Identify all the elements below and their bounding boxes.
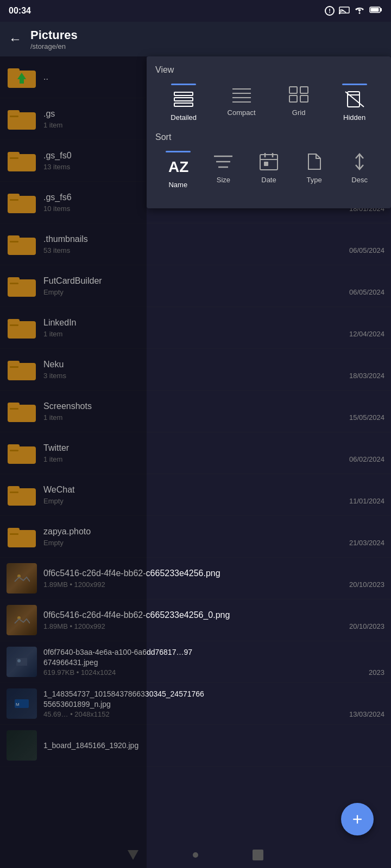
svg-line-19 <box>345 92 364 107</box>
sort-type-label: Type <box>306 176 321 184</box>
sort-desc-label: Desc <box>351 176 368 184</box>
detailed-label: Detailed <box>171 113 197 122</box>
overlay[interactable] <box>0 56 147 868</box>
view-section-title: View <box>155 65 382 75</box>
status-bar: 00:34 ! <box>0 0 391 22</box>
svg-rect-6 <box>174 92 193 95</box>
file-date: 20/10/2023 <box>330 580 384 589</box>
file-date: 2023 <box>330 668 384 676</box>
add-button[interactable]: + <box>341 803 374 835</box>
recents-nav-icon[interactable] <box>253 850 263 860</box>
file-date: 15/05/2024 <box>330 413 384 422</box>
sort-name[interactable]: AZ Name <box>161 149 195 191</box>
header: ← Pictures /storage/en <box>0 22 391 56</box>
view-options-row: Detailed Compact <box>155 81 382 124</box>
svg-rect-5 <box>371 8 379 12</box>
hidden-label: Hidden <box>343 113 365 122</box>
grid-label: Grid <box>292 108 306 117</box>
sort-date[interactable]: Date <box>252 149 286 191</box>
alert-icon: ! <box>325 6 335 16</box>
hidden-icon <box>342 88 367 110</box>
svg-rect-28 <box>264 162 268 166</box>
grid-icon <box>286 84 311 105</box>
detailed-icon <box>171 88 196 110</box>
view-grid[interactable]: Grid <box>282 81 316 124</box>
file-date: 06/02/2024 <box>330 455 384 463</box>
cast-icon <box>339 5 350 16</box>
svg-point-2 <box>359 12 361 14</box>
header-title-block: Pictures /storage/en <box>30 28 78 50</box>
sort-options-row: AZ Name Size <box>155 149 382 191</box>
svg-rect-8 <box>174 103 193 106</box>
file-date: 12/04/2024 <box>330 330 384 338</box>
header-path: /storage/en <box>30 42 78 50</box>
sort-desc-icon <box>347 151 372 173</box>
view-compact[interactable]: Compact <box>223 81 260 124</box>
sort-name-label: Name <box>168 181 187 189</box>
svg-text:AZ: AZ <box>168 158 188 175</box>
file-date: 13/03/2024 <box>330 710 384 718</box>
svg-rect-7 <box>174 98 193 101</box>
file-date: 06/05/2024 <box>330 288 384 296</box>
view-hidden[interactable]: Hidden <box>338 81 371 124</box>
file-date: 21/03/2024 <box>330 539 384 547</box>
sort-date-label: Date <box>261 176 276 184</box>
sort-section-title: Sort <box>155 132 382 142</box>
svg-rect-13 <box>289 87 297 93</box>
status-time: 00:34 <box>9 6 31 16</box>
file-date: 20/10/2023 <box>330 622 384 630</box>
sort-name-icon: AZ <box>166 156 191 177</box>
wifi-icon <box>354 5 365 16</box>
svg-rect-4 <box>380 8 382 11</box>
battery-icon <box>369 6 382 16</box>
compact-label: Compact <box>228 108 256 117</box>
sort-date-icon <box>256 151 281 173</box>
file-date: 06/05/2024 <box>330 246 384 254</box>
add-icon: + <box>352 809 363 829</box>
sort-desc[interactable]: Desc <box>343 149 376 191</box>
sort-size[interactable]: Size <box>206 149 240 191</box>
svg-rect-15 <box>289 95 297 102</box>
svg-rect-17 <box>348 92 360 107</box>
file-date: 18/03/2024 <box>330 372 384 380</box>
sort-type-icon <box>302 151 327 173</box>
sort-type[interactable]: Type <box>298 149 331 191</box>
file-date: 11/01/2024 <box>330 497 384 505</box>
home-nav-icon[interactable] <box>193 852 198 858</box>
status-icons: ! <box>325 5 382 16</box>
view-sort-panel: View Detailed <box>147 56 391 208</box>
sort-size-icon <box>211 151 236 173</box>
compact-icon <box>229 84 254 105</box>
page-title: Pictures <box>30 28 78 42</box>
svg-rect-14 <box>300 87 308 93</box>
svg-rect-16 <box>300 95 308 102</box>
sort-size-label: Size <box>217 176 230 184</box>
view-detailed[interactable]: Detailed <box>166 81 201 124</box>
back-button[interactable]: ← <box>9 31 22 47</box>
svg-rect-24 <box>260 155 278 170</box>
